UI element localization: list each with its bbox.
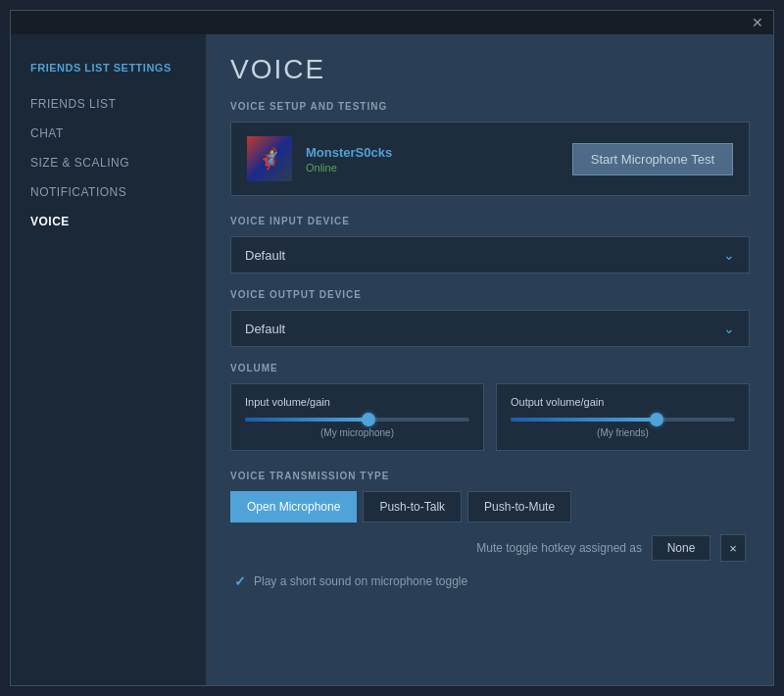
output-slider-thumb[interactable] bbox=[650, 413, 663, 426]
volume-section: VOLUME Input volume/gain (My microphone) bbox=[230, 363, 750, 451]
content-area: FRIENDS LIST SETTINGS FRIENDS LIST CHAT … bbox=[11, 34, 773, 685]
input-device-label: VOICE INPUT DEVICE bbox=[230, 216, 750, 226]
mute-hotkey-text: Mute toggle hotkey assigned as bbox=[234, 541, 642, 555]
input-volume-sublabel: (My microphone) bbox=[245, 427, 469, 438]
settings-window: ✕ FRIENDS LIST SETTINGS FRIENDS LIST CHA… bbox=[10, 10, 774, 686]
setup-section-label: VOICE SETUP AND TESTING bbox=[230, 101, 750, 112]
sidebar-item-size-scaling[interactable]: SIZE & SCALING bbox=[11, 148, 206, 177]
username: MonsterS0cks bbox=[306, 145, 559, 160]
sidebar-item-friends-list[interactable]: FRIENDS LIST bbox=[11, 89, 206, 119]
output-slider-track bbox=[511, 418, 735, 422]
avatar-image: 🦸 bbox=[247, 136, 292, 181]
output-volume-sublabel: (My friends) bbox=[511, 427, 735, 438]
mute-hotkey-clear-button[interactable]: × bbox=[720, 534, 746, 562]
output-volume-box: Output volume/gain (My friends) bbox=[496, 383, 750, 451]
sound-toggle-label: Play a short sound on microphone toggle bbox=[254, 574, 467, 588]
input-device-section: VOICE INPUT DEVICE Default ⌄ bbox=[230, 216, 750, 273]
input-volume-label: Input volume/gain bbox=[245, 396, 469, 408]
input-device-dropdown[interactable]: Default ⌄ bbox=[230, 236, 750, 273]
chevron-down-icon: ⌄ bbox=[723, 247, 735, 263]
page-title: VOICE bbox=[230, 54, 750, 85]
mute-hotkey-value[interactable]: None bbox=[652, 535, 710, 561]
checkbox-checkmark-icon: ✓ bbox=[234, 573, 246, 589]
avatar: 🦸 bbox=[247, 136, 292, 181]
input-volume-box: Input volume/gain (My microphone) bbox=[230, 383, 484, 451]
output-device-dropdown[interactable]: Default ⌄ bbox=[230, 310, 750, 347]
start-mic-test-button[interactable]: Start Microphone Test bbox=[572, 143, 733, 175]
push-to-talk-button[interactable]: Push-to-Talk bbox=[363, 491, 462, 522]
output-slider-fill bbox=[511, 418, 657, 422]
mute-hotkey-row: Mute toggle hotkey assigned as None × bbox=[230, 534, 750, 562]
sidebar: FRIENDS LIST SETTINGS FRIENDS LIST CHAT … bbox=[11, 34, 207, 685]
main-panel: VOICE VOICE SETUP AND TESTING 🦸 MonsterS… bbox=[207, 34, 773, 685]
input-slider-track bbox=[245, 418, 469, 422]
user-info: MonsterS0cks Online bbox=[306, 145, 559, 174]
close-button[interactable]: ✕ bbox=[748, 13, 767, 32]
transmission-buttons: Open Microphone Push-to-Talk Push-to-Mut… bbox=[230, 491, 750, 522]
sidebar-item-chat[interactable]: CHAT bbox=[11, 119, 206, 148]
transmission-label: VOICE TRANSMISSION TYPE bbox=[230, 471, 750, 481]
setup-box: 🦸 MonsterS0cks Online Start Microphone T… bbox=[230, 122, 750, 196]
push-to-mute-button[interactable]: Push-to-Mute bbox=[467, 491, 571, 522]
input-slider-fill bbox=[245, 418, 368, 422]
output-volume-slider[interactable] bbox=[511, 418, 735, 422]
title-bar: ✕ bbox=[11, 11, 773, 34]
sidebar-item-voice[interactable]: VOICE bbox=[11, 207, 206, 236]
sidebar-heading: FRIENDS LIST SETTINGS bbox=[11, 54, 206, 81]
sound-toggle-row[interactable]: ✓ Play a short sound on microphone toggl… bbox=[230, 572, 750, 591]
output-volume-label: Output volume/gain bbox=[511, 396, 735, 408]
sidebar-item-notifications[interactable]: NOTIFICATIONS bbox=[11, 177, 206, 207]
volume-boxes: Input volume/gain (My microphone) Output… bbox=[230, 383, 750, 451]
chevron-down-icon-2: ⌄ bbox=[723, 321, 735, 336]
input-device-value: Default bbox=[245, 248, 285, 263]
output-device-value: Default bbox=[245, 322, 285, 336]
output-device-label: VOICE OUTPUT DEVICE bbox=[230, 289, 750, 300]
output-device-section: VOICE OUTPUT DEVICE Default ⌄ bbox=[230, 289, 750, 347]
transmission-section: VOICE TRANSMISSION TYPE Open Microphone … bbox=[230, 471, 750, 591]
input-slider-thumb[interactable] bbox=[362, 413, 375, 426]
user-status: Online bbox=[306, 162, 559, 174]
input-volume-slider[interactable] bbox=[245, 418, 469, 422]
volume-section-label: VOLUME bbox=[230, 363, 750, 373]
open-microphone-button[interactable]: Open Microphone bbox=[230, 491, 357, 522]
